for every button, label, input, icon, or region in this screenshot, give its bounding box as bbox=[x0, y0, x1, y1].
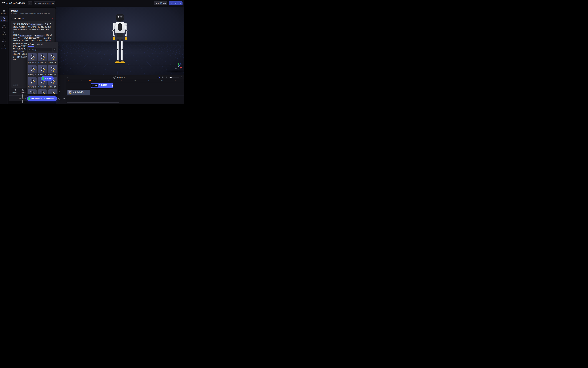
remove-tag-icon[interactable]: × bbox=[42, 35, 43, 37]
playhead-line[interactable] bbox=[90, 80, 90, 102]
material-label: 超帅走路姿势 bbox=[48, 86, 57, 88]
editor-text-run: 命，从而降低运营成 bbox=[13, 56, 27, 58]
zoom-out-icon[interactable] bbox=[165, 76, 167, 78]
svg-text:AI: AI bbox=[14, 90, 15, 91]
material-thumbnail[interactable] bbox=[38, 53, 47, 61]
material-item[interactable]: 超帅走路姿势 bbox=[28, 65, 37, 76]
insert-motion-button[interactable]: 插入动作 bbox=[19, 89, 27, 94]
material-item[interactable]: 超帅走路姿势 bbox=[38, 53, 47, 64]
material-item[interactable]: 超帅走路姿势 bbox=[28, 77, 37, 88]
audio-lib-icon bbox=[3, 38, 5, 40]
track-separator bbox=[66, 95, 184, 96]
material-search-box[interactable] bbox=[28, 48, 52, 52]
sidebar-item-motion-imitation[interactable]: 动作模仿 bbox=[0, 9, 8, 15]
zoom-in-icon[interactable] bbox=[181, 76, 183, 78]
remove-tag-icon[interactable]: × bbox=[30, 35, 31, 37]
compose-save-button[interactable]: 合成并保存 bbox=[154, 1, 167, 5]
tab-my-materials[interactable]: 我的素材 bbox=[37, 43, 44, 47]
ruler-label: 12f bbox=[148, 80, 149, 81]
material-item[interactable]: 超帅走路姿势 bbox=[38, 65, 47, 76]
char-counter: 52 / 1,000 bbox=[13, 84, 18, 86]
material-thumbnail[interactable] bbox=[48, 65, 57, 74]
gizmo-neg-axis[interactable] bbox=[175, 68, 177, 69]
material-thumbnail[interactable] bbox=[38, 89, 47, 94]
material-item[interactable]: 超帅走路姿势 bbox=[48, 89, 57, 94]
expression-track-icon[interactable] bbox=[58, 84, 60, 87]
material-search-input[interactable] bbox=[31, 49, 51, 51]
motion-track-icon[interactable] bbox=[58, 91, 60, 93]
delete-audio-icon[interactable] bbox=[52, 18, 54, 19]
material-item[interactable]: 超帅走路姿势 bbox=[48, 53, 57, 64]
editor-text-run: 环境。 bbox=[13, 59, 18, 60]
svg-text:Y: Y bbox=[178, 64, 179, 65]
humanoid-robot-model[interactable] bbox=[103, 11, 137, 69]
material-label: 超帅走路姿势 bbox=[28, 86, 37, 88]
sidebar-item-audio-arrange[interactable]: 音频编排 bbox=[0, 16, 8, 22]
rename-project-button[interactable] bbox=[28, 1, 32, 5]
tutorial-hint-2[interactable]: 2 选择素材 bbox=[41, 76, 54, 81]
robot-3d-viewport[interactable]: Y X Z bbox=[56, 7, 184, 75]
preview-panel-icon[interactable] bbox=[161, 76, 164, 78]
tutorial-hint-1[interactable]: 1 点击「插入动作」或「插入表情」 bbox=[27, 96, 57, 101]
material-thumbnail[interactable] bbox=[28, 89, 37, 94]
material-thumbnail[interactable] bbox=[28, 53, 37, 61]
sidebar-item-my-tasks[interactable]: 我的任务 bbox=[0, 44, 8, 51]
timeline-horizontal-scrollbar[interactable] bbox=[67, 102, 119, 103]
material-thumbnail[interactable] bbox=[48, 89, 57, 94]
sidebar-item-label: 动作库 bbox=[2, 34, 6, 35]
filter-button[interactable] bbox=[53, 48, 56, 52]
timeline-panel: 0f2f4f6f8f10f12f14f16f bbox=[56, 79, 184, 104]
material-thumbnail[interactable] bbox=[28, 65, 37, 74]
motion-inline-tag[interactable]: ↷弯腰(5s)× bbox=[34, 35, 44, 37]
runner-icon bbox=[73, 92, 74, 93]
robot-pose-preview bbox=[29, 66, 35, 72]
redo-icon[interactable] bbox=[63, 76, 65, 78]
one-click-arrange-button[interactable]: AI一键编排 bbox=[11, 89, 18, 94]
play-button[interactable] bbox=[113, 76, 116, 79]
audio-file-name: 默认名称1.mp3 bbox=[14, 18, 51, 20]
material-item[interactable]: 超帅走路姿势 bbox=[28, 89, 37, 94]
axis-gizmo[interactable]: Y X Z bbox=[175, 63, 182, 70]
material-thumbnail[interactable] bbox=[48, 53, 57, 61]
my-tasks-icon bbox=[3, 45, 5, 47]
hint-1-text: 点击「插入动作」或「插入表情」 bbox=[31, 98, 55, 100]
panel-divider bbox=[9, 95, 55, 96]
material-item[interactable]: 超帅走路姿势... bbox=[28, 53, 37, 64]
material-thumbnail[interactable] bbox=[28, 77, 37, 86]
robot-pose-preview bbox=[39, 54, 46, 60]
sidebar-item-expression-lib[interactable]: 表情库 bbox=[0, 23, 8, 29]
material-thumbnail[interactable] bbox=[38, 65, 47, 74]
timeline-ruler[interactable]: 0f2f4f6f8f10f12f14f16f bbox=[66, 79, 184, 83]
zoom-slider-thumb[interactable] bbox=[170, 77, 172, 78]
expression-inline-tag[interactable]: ☺哈哈大笑(10s)× bbox=[30, 24, 43, 26]
tutorial-connector-2 bbox=[34, 61, 34, 94]
deploy-to-device-button[interactable]: 下发到设备 bbox=[169, 1, 183, 5]
material-label: 超帅走路姿势 bbox=[48, 62, 57, 64]
timeline-zoom-slider[interactable] bbox=[169, 77, 179, 77]
faces-preview-icon bbox=[91, 84, 98, 87]
sidebar-item-motion-lib[interactable]: 动作库 bbox=[0, 30, 8, 37]
sidebar-item-audio-lib[interactable]: 音频库 bbox=[0, 37, 8, 44]
save-icon bbox=[155, 2, 157, 4]
motion-clip[interactable]: 超帅走路姿势 bbox=[67, 90, 90, 95]
material-item[interactable]: 超帅走路姿势 bbox=[38, 89, 47, 94]
tag-label: 弯腰(5s) bbox=[37, 35, 41, 37]
top-bar: A1机器人动作-我的项目1 保存时间 26/01/03 12:01 合成并保存 … bbox=[0, 0, 184, 7]
remove-tag-icon[interactable]: × bbox=[41, 24, 42, 25]
expression-lib-icon bbox=[3, 24, 5, 26]
material-item[interactable]: 超帅走路姿势 bbox=[48, 65, 57, 76]
material-label: 超帅走路姿势... bbox=[28, 62, 37, 64]
play-audio-icon[interactable] bbox=[11, 18, 13, 20]
expression-clip[interactable]: 害羞微笑 bbox=[91, 83, 113, 88]
speaker-icon[interactable] bbox=[63, 98, 65, 100]
undo-icon[interactable] bbox=[58, 76, 60, 78]
cloud-deploy-icon bbox=[170, 2, 172, 4]
record-track-icon[interactable] bbox=[58, 98, 60, 100]
delete-clip-icon[interactable] bbox=[67, 76, 69, 78]
action-label: 插入动作 bbox=[20, 92, 26, 94]
tab-official-materials[interactable]: 官方素材 bbox=[28, 43, 34, 47]
insert-track-icon[interactable] bbox=[157, 76, 160, 78]
motion-lib-icon bbox=[3, 31, 5, 33]
clip-resize-handle[interactable] bbox=[112, 85, 113, 87]
expression-inline-tag[interactable]: ☺哈哈大笑(10s)× bbox=[19, 35, 32, 37]
